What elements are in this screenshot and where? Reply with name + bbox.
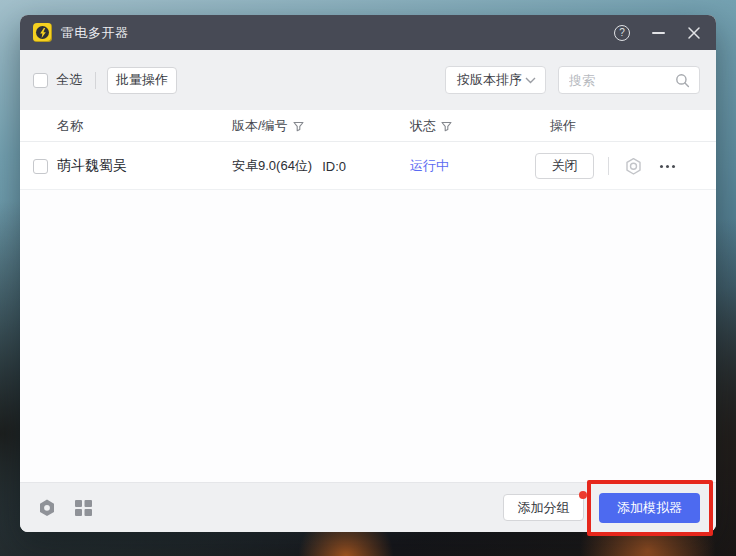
search-box [558,66,700,94]
footer-bar: 添加分组 添加模拟器 [20,482,716,532]
app-window: 雷电多开器 ? 全选 批量操作 按版本排序 [20,15,716,532]
sort-dropdown-value: 按版本排序 [457,71,525,89]
search-input[interactable] [569,73,675,88]
add-group-button[interactable]: 添加分组 [503,494,584,521]
more-dots-icon [660,165,663,168]
emulator-status-badge: 运行中 [410,142,449,190]
emulator-version-cell: 安卓9.0(64位) ID:0 [232,142,346,190]
add-emulator-button[interactable]: 添加模拟器 [599,493,700,523]
column-header-name: 名称 [57,110,83,142]
column-header-status: 状态 [410,110,452,142]
help-glyph: ? [619,28,625,38]
toolbar: 全选 批量操作 按版本排序 [20,50,716,110]
more-actions-button[interactable] [658,159,677,174]
sort-dropdown[interactable]: 按版本排序 [445,66,546,94]
select-all-checkbox[interactable] [33,73,48,88]
filter-icon[interactable] [441,121,452,132]
row-checkbox-cell [33,142,48,190]
actions-divider [608,157,609,175]
global-settings-button[interactable] [36,497,58,519]
gear-icon [37,498,57,518]
red-dot-badge [579,491,587,499]
settings-nut-icon [624,157,643,176]
filter-icon[interactable] [293,121,304,132]
minimize-icon [652,32,665,34]
lightning-bolt-icon [39,28,47,38]
minimize-button[interactable] [648,23,668,43]
emulator-name: 萌斗魏蜀吴 [57,142,127,190]
grid-icon [74,498,93,517]
chevron-down-icon [525,77,536,84]
emulator-version: 安卓9.0(64位) [232,157,312,175]
window-title: 雷电多开器 [61,24,129,42]
close-icon [687,26,701,40]
batch-operations-button[interactable]: 批量操作 [107,67,177,94]
row-checkbox[interactable] [33,159,48,174]
select-all-label: 全选 [56,71,82,89]
emulator-row[interactable]: 萌斗魏蜀吴 安卓9.0(64位) ID:0 运行中 关闭 [20,142,716,190]
row-actions: 关闭 [535,142,677,190]
app-logo-icon [33,23,52,42]
table-header: 名称 版本/编号 状态 操作 [20,110,716,142]
column-header-version: 版本/编号 [232,110,304,142]
column-header-version-label: 版本/编号 [232,117,288,135]
column-header-actions: 操作 [550,110,576,142]
titlebar: 雷电多开器 ? [20,15,716,50]
emulator-settings-button[interactable] [622,155,644,177]
add-group-label: 添加分组 [518,499,570,517]
empty-list-area [20,190,716,482]
close-emulator-button[interactable]: 关闭 [535,153,594,179]
help-button[interactable]: ? [612,23,632,43]
emulator-id: ID:0 [322,159,346,174]
toolbar-divider [95,72,96,89]
search-icon[interactable] [675,73,690,88]
column-header-status-label: 状态 [410,117,436,135]
desktop-wallpaper: 雷电多开器 ? 全选 批量操作 按版本排序 [0,0,736,556]
help-icon: ? [614,25,630,41]
close-button[interactable] [684,23,704,43]
layout-grid-button[interactable] [72,497,94,519]
